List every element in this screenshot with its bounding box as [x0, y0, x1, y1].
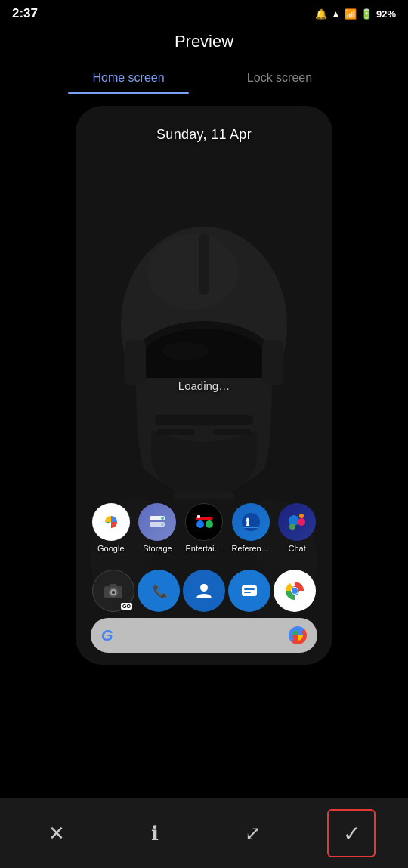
phone-content: Sunday, 11 Apr Loading…: [76, 106, 332, 665]
info-button[interactable]: ℹ: [131, 809, 179, 857]
alarm-icon: 🔔: [315, 8, 327, 20]
info-icon: ℹ: [151, 822, 159, 845]
svg-rect-46: [244, 588, 255, 590]
expand-icon: ⤢: [245, 822, 261, 845]
svg-rect-47: [244, 592, 251, 593]
referen-label: Referen…: [230, 544, 272, 553]
dock-contacts[interactable]: [183, 570, 225, 612]
entertain-icon: [185, 503, 223, 541]
confirm-button[interactable]: ✓: [327, 809, 376, 857]
status-icons: 🔔 ▲ 📶 🔋 92%: [315, 8, 396, 20]
app-google[interactable]: Google: [90, 503, 132, 553]
google-icon: [92, 503, 130, 541]
storage-icon: [138, 503, 176, 541]
preview-container: Sunday, 11 Apr Loading…: [0, 94, 408, 672]
tab-lock-screen[interactable]: Lock screen: [204, 63, 355, 94]
dock-phone[interactable]: 📞: [138, 570, 180, 612]
cancel-icon: ✕: [48, 822, 65, 845]
search-bar[interactable]: G: [91, 618, 317, 653]
svg-point-20: [161, 517, 164, 520]
svg-rect-39: [110, 584, 117, 587]
go-badge: GO: [121, 603, 132, 610]
signal-icon: 📶: [345, 8, 357, 20]
dock-camera[interactable]: GO: [92, 570, 134, 612]
confirm-icon: ✓: [343, 821, 360, 846]
app-grid: Google Storage: [76, 503, 332, 559]
app-chat[interactable]: Chat: [276, 503, 318, 553]
bottom-action-bar: ✕ ℹ ⤢ ✓: [0, 798, 408, 868]
phone-frame: Sunday, 11 Apr Loading…: [76, 106, 332, 665]
google-g-logo: G: [101, 627, 113, 644]
storage-label: Storage: [136, 544, 178, 553]
app-row-1: Google Storage: [88, 503, 320, 553]
referen-icon: ℹ: [232, 503, 270, 541]
svg-point-33: [299, 514, 304, 518]
battery-percent: 92%: [376, 8, 396, 20]
status-time: 2:37: [12, 6, 38, 21]
svg-text:📞: 📞: [153, 584, 168, 598]
expand-button[interactable]: ⤢: [229, 809, 277, 857]
phone-date: Sunday, 11 Apr: [76, 106, 332, 143]
svg-rect-26: [197, 515, 200, 518]
dock-messages[interactable]: [228, 570, 270, 612]
app-reference[interactable]: ℹ Referen…: [230, 503, 272, 553]
svg-rect-45: [242, 585, 257, 596]
google-assistant-icon: [289, 626, 307, 644]
svg-point-27: [242, 513, 260, 531]
svg-point-25: [196, 520, 204, 528]
loading-text: Loading…: [178, 379, 230, 392]
header: Preview: [0, 24, 408, 56]
dock-chrome[interactable]: [274, 570, 316, 612]
app-entertainment[interactable]: Entertai…: [183, 503, 225, 553]
entertain-label: Entertai…: [183, 544, 225, 553]
cancel-button[interactable]: ✕: [32, 809, 81, 857]
svg-point-43: [200, 584, 208, 592]
google-label: Google: [90, 544, 132, 553]
app-storage[interactable]: Storage: [136, 503, 178, 553]
svg-rect-29: [243, 527, 258, 528]
svg-point-21: [161, 523, 164, 526]
page-title: Preview: [175, 32, 233, 51]
chat-label: Chat: [276, 544, 318, 553]
status-bar: 2:37 🔔 ▲ 📶 🔋 92%: [0, 0, 408, 24]
svg-point-31: [298, 518, 305, 526]
battery-icon: 🔋: [360, 8, 372, 20]
svg-point-38: [112, 591, 115, 594]
svg-point-32: [289, 524, 295, 530]
svg-point-51: [292, 588, 298, 594]
tab-home-screen[interactable]: Home screen: [53, 63, 204, 94]
chat-icon: [278, 503, 316, 541]
wifi-icon: ▲: [331, 8, 341, 20]
tab-bar: Home screen Lock screen: [0, 56, 408, 94]
svg-point-24: [206, 520, 213, 528]
dock: GO 📞: [76, 570, 332, 612]
